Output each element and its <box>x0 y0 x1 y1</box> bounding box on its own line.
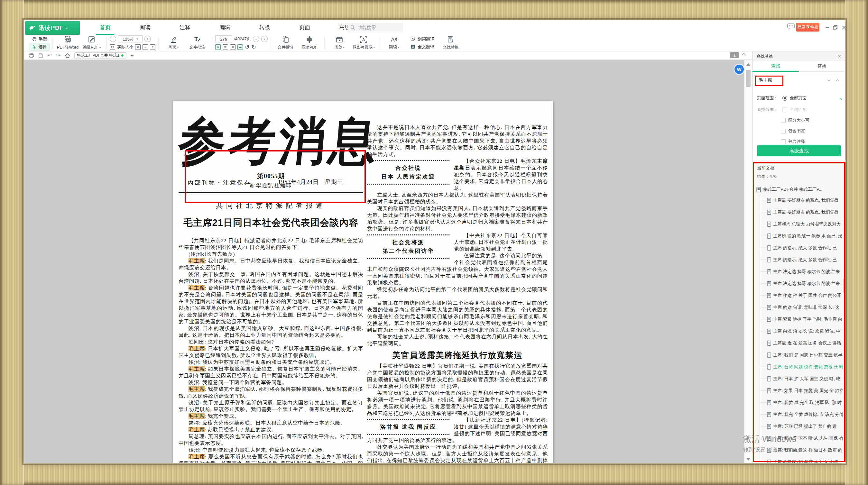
whole-word-checkbox[interactable] <box>782 107 787 112</box>
search-result-item[interactable]: 主席最 要好朋友 的观点, 我们觉得 <box>760 194 845 206</box>
document-tab[interactable]: 格式工厂PDF合并 格式工厂PD... <box>74 53 126 59</box>
find-search-input[interactable]: 毛主席 <box>756 75 842 86</box>
tab-edit[interactable]: 编辑 <box>205 24 245 31</box>
fit-text-button[interactable]: T <box>150 44 155 50</box>
book-view-button[interactable]: ▦ <box>230 44 236 50</box>
scroll-up-icon[interactable] <box>746 63 750 66</box>
read-aloud-button[interactable]: A 朗读▾ <box>382 35 406 51</box>
tab-convert[interactable]: 转换 <box>245 24 285 31</box>
search-result-item[interactable]: 主席: 如果 日本 摆脱 美 国完 全 独立 <box>760 385 845 396</box>
word-translate-button[interactable]: A 划词翻译 <box>408 36 437 42</box>
find-next-icon[interactable] <box>827 79 831 82</box>
search-result-item[interactable]: 主席: 我们 是 同志 日中邦 交应 该早 <box>760 349 845 361</box>
result-list-scroll-thumb[interactable] <box>843 279 845 293</box>
tree-guide <box>760 462 767 462</box>
text-annotation-button[interactable]: T 文字批注 <box>185 35 209 51</box>
page-number-input[interactable] <box>215 35 232 42</box>
search-result-item[interactable]: 主席: 我们愿 意这 样 做日本 政府 的 <box>760 444 845 456</box>
highlight-button[interactable]: 高亮▾ <box>161 35 185 51</box>
zoom-in-button[interactable]: + <box>145 36 151 42</box>
document-scrollbar[interactable] <box>744 60 752 463</box>
edit-pdf-button[interactable]: 编辑PDF▾ <box>80 35 103 51</box>
capture-extract-button[interactable]: A 截图与提取▾ <box>351 35 376 51</box>
minimize-button[interactable] <box>824 24 831 31</box>
tab-annotate[interactable]: 注释 <box>165 24 205 31</box>
play-button[interactable]: 播放▾ <box>328 35 351 51</box>
home-icon[interactable] <box>65 53 70 58</box>
search-result-item[interactable]: 主席: 苏联 已经 提出了 禁止的 建 <box>760 420 845 432</box>
search-result-item[interactable]: 主席: 日本 扩 大军 国主 义侵 略, 吃 <box>760 373 845 385</box>
hand-tool-button[interactable]: 手型 <box>29 36 50 42</box>
merge-split-button[interactable]: 合并拆分 <box>274 35 298 51</box>
search-result-item[interactable]: 主席: 那么美 国不 听 从 忠告 而保 有 <box>760 432 845 444</box>
zoom-out-button[interactable]: − <box>110 36 116 42</box>
prev-page-button[interactable]: ‹ <box>253 36 259 42</box>
search-result-item[interactable]: 主席 的指示, 绝大 多数 合作社 已 <box>760 242 845 254</box>
include-bookmark-checkbox[interactable] <box>781 129 786 133</box>
search-result-item[interactable]: 主席所 说的 吹皱一 池春 水 而已, 没 <box>760 230 845 242</box>
search-result-item[interactable]: 主席: 台湾 问题 也许 要花 费很 长 时 <box>760 361 845 373</box>
search-result-item[interactable]: 主席 的这 句话, 意味非 常深 长, 这 <box>760 301 845 313</box>
undo-icon[interactable]: ↶ <box>47 52 52 59</box>
search-result-item[interactable]: 主席 的指示, 绝大 多数 合作社 已 <box>760 254 845 266</box>
collapse-toolbar-icon[interactable] <box>742 53 746 56</box>
tab-read[interactable]: 阅读 <box>125 24 165 31</box>
single-page-view-button[interactable]: ▤ <box>215 44 221 50</box>
search-result-item[interactable]: 主席 决定选 择哥 穆尔卡 的波 兰来 <box>760 278 845 289</box>
search-result-item[interactable]: 主席最 近 在 最高 国务 会议上 讲话 <box>760 337 845 349</box>
full-translate-button[interactable]: A 全文翻译 <box>408 43 437 50</box>
close-button[interactable] <box>840 24 847 31</box>
redo-icon[interactable]: ↷ <box>56 52 60 59</box>
feature-search-input[interactable]: 功能搜索 <box>347 23 403 32</box>
search-result-item[interactable]: 主席和周 总理大 力号召坚决反对大 <box>760 218 845 230</box>
search-result-item[interactable]: 主席 决定选 择哥 穆尔卡 的波 兰来 <box>760 266 845 278</box>
article-paragraph: 毛主席: 如果日本摆脱美国完全独立、恢复日本军国主义的可能已经消失、并且剥夺军国… <box>179 365 363 379</box>
fit-width-button[interactable]: ↔ <box>143 44 148 50</box>
search-result-item[interactable]: 主席: 我赞 成 完全 取 消军 队, 那 时 <box>760 396 845 409</box>
include-annotation-checkbox[interactable] <box>781 139 786 144</box>
hand-tool-label: 手型 <box>39 36 47 42</box>
find-prev-icon[interactable] <box>836 79 839 82</box>
result-root-row[interactable]: 格式工厂PDF合并 格式工厂P... <box>756 187 845 192</box>
tab-replace[interactable]: 替换 <box>799 61 845 71</box>
case-sensitive-checkbox[interactable] <box>781 118 786 123</box>
rotate-left-icon[interactable]: ↺ <box>245 44 249 50</box>
document-canvas[interactable]: 参考消息 內部刊物・注意保存 第0055期 新华通訊社編印 1957年4月24日… <box>24 60 744 463</box>
scrollbar-thumb[interactable] <box>746 70 751 87</box>
facing-page-view-button[interactable]: ▥ <box>223 44 228 50</box>
pdf-to-word-floating-button[interactable]: W <box>734 64 745 75</box>
search-result-item[interactable]: 主席 紧紧 地握 了手 当时, 毛主席 向 <box>760 313 845 325</box>
page-range-radio[interactable] <box>782 96 787 101</box>
pdf-to-word-button[interactable]: W PDF转Word <box>56 35 80 51</box>
login-button[interactable]: 登录享特权 <box>796 23 819 32</box>
fit-page-button[interactable]: ▣ <box>135 44 141 50</box>
zoom-level-select[interactable]: 125%▾ <box>118 35 143 42</box>
scroll-down-icon[interactable] <box>746 458 750 460</box>
search-result-item[interactable]: 主席 作这 种 关于 国共 合作 的公开 <box>760 289 845 301</box>
tab-page[interactable]: 页面 <box>285 24 324 31</box>
app-logo[interactable]: 迅读PDF ▾ <box>25 21 80 35</box>
advanced-find-button[interactable]: 高级查找 <box>757 146 841 156</box>
find-replace-button[interactable]: 查找替换 <box>439 35 463 51</box>
rotate-right-icon[interactable]: ↻ <box>251 44 256 50</box>
feedback-icon[interactable] <box>787 24 795 30</box>
next-page-button[interactable]: › <box>261 36 268 42</box>
article-paragraph: 毛主席: 我完全赞成。 <box>179 413 363 419</box>
restore-button[interactable] <box>832 24 839 31</box>
search-result-item[interactable]: 主席最 要好朋友 的观点, 我们觉得 <box>760 206 845 218</box>
tab-find[interactable]: 查找 <box>752 61 799 71</box>
pdf-page[interactable]: 参考消息 內部刊物・注意保存 第0055期 新华通訊社編印 1957年4月24日… <box>173 101 553 463</box>
print-icon[interactable] <box>29 53 34 58</box>
tab-home[interactable]: 首页 <box>85 24 125 31</box>
search-result-item[interactable]: 主席: 我完 全赞 成曾祢: 应 该充 分傅 <box>760 409 845 420</box>
continuous-view-button[interactable]: ▬ <box>238 44 243 50</box>
compress-pdf-button[interactable]: 压缩PDF <box>298 35 321 51</box>
search-result-item[interactable]: 主席 的建议 (指 签订 中 日互 不侵 <box>760 456 845 463</box>
select-tool-button[interactable]: 选择 <box>29 43 50 50</box>
actual-size-icon[interactable]: 1:1 <box>110 44 115 50</box>
search-result-item[interactable]: 主席 向浅 沼 团长 说: 欢迎 诸位, 中 <box>760 325 845 337</box>
panel-close-icon[interactable]: ✕ <box>837 54 841 59</box>
save-icon[interactable] <box>38 53 43 58</box>
page-range-expand-icon[interactable]: › <box>840 96 842 102</box>
new-tab-button[interactable]: + <box>131 53 134 59</box>
